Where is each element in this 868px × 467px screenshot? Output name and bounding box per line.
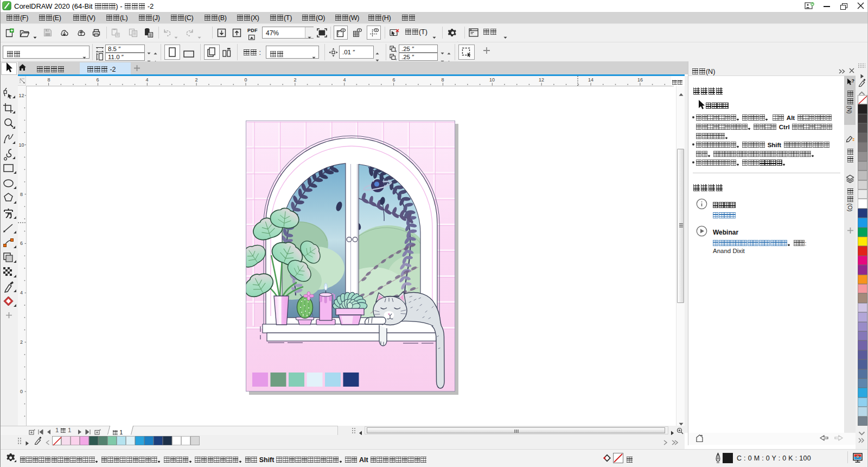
svg-text:10: 10 (18, 142, 24, 148)
svg-text:4: 4 (20, 290, 23, 295)
svg-text:0: 0 (20, 389, 23, 394)
svg-text:4: 4 (343, 77, 346, 83)
svg-text:12: 12 (539, 77, 544, 83)
svg-text:?: ? (852, 78, 855, 84)
svg-text:16: 16 (637, 77, 643, 83)
svg-text:2: 2 (20, 339, 23, 345)
svg-text:4: 4 (145, 77, 148, 83)
svg-text:14: 14 (588, 77, 593, 83)
svg-text:6: 6 (96, 77, 99, 83)
svg-text:8: 8 (20, 192, 23, 197)
svg-text:0: 0 (244, 77, 247, 83)
svg-text:2: 2 (195, 77, 197, 83)
svg-text:8: 8 (47, 77, 50, 83)
svg-text:2: 2 (293, 77, 296, 83)
svg-text:8: 8 (441, 77, 444, 83)
svg-text:6: 6 (392, 77, 395, 83)
svg-text:x: x (395, 49, 397, 52)
svg-text:6: 6 (20, 241, 23, 246)
svg-text:12: 12 (18, 93, 24, 98)
svg-text:y: y (395, 58, 397, 60)
svg-text:10: 10 (489, 77, 495, 83)
